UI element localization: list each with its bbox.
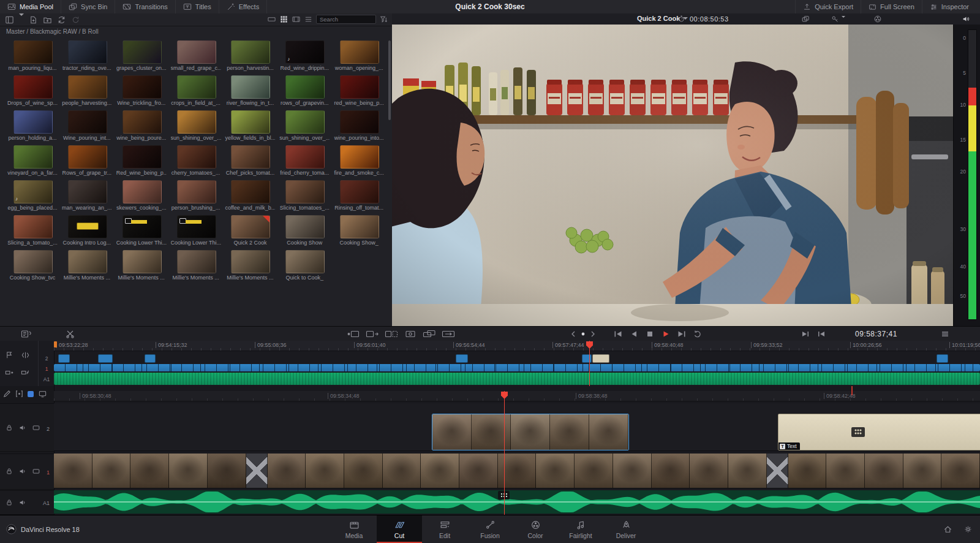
media-clip[interactable]: Millie's Moments ... xyxy=(116,250,168,279)
media-clip[interactable]: river_flowing_in_t... xyxy=(225,75,276,105)
split-clip-icon[interactable] xyxy=(65,329,76,339)
media-clip[interactable]: Millie's Moments ... xyxy=(225,250,276,279)
page-tab-color[interactable]: Color xyxy=(513,515,558,543)
media-clip[interactable]: sun_shining_over_... xyxy=(279,110,331,140)
overview-clip[interactable] xyxy=(98,354,113,363)
panel-tab-titles[interactable]: Titles xyxy=(176,0,219,13)
media-clip[interactable]: tractor_riding_ove... xyxy=(62,40,113,70)
media-clip[interactable]: ♪egg_being_placed... xyxy=(7,180,59,210)
timeline-options-icon[interactable] xyxy=(21,329,32,339)
view-list-icon[interactable] xyxy=(304,15,313,24)
track-color-swatch[interactable] xyxy=(28,391,34,397)
media-clip[interactable]: Millie's Moments ... xyxy=(171,250,222,279)
overview-track-a1[interactable] xyxy=(54,373,980,385)
settings-gear-icon[interactable] xyxy=(963,525,973,534)
close-up-icon[interactable] xyxy=(404,330,417,338)
home-icon[interactable] xyxy=(943,525,952,534)
media-clip[interactable]: fried_cherry_toma... xyxy=(279,145,331,175)
view-strip-icon[interactable] xyxy=(267,15,276,24)
page-tab-fairlight[interactable]: Fairlight xyxy=(558,515,603,543)
panel-tab-sync-bin[interactable]: Sync Bin xyxy=(61,0,115,13)
media-clip[interactable]: Cooking Lower Thi... xyxy=(116,215,168,245)
media-clip[interactable]: Quick 2 Cook xyxy=(225,215,276,245)
page-tab-media[interactable]: Media xyxy=(331,515,377,543)
smart-insert-icon[interactable] xyxy=(347,330,360,338)
overview-clip[interactable] xyxy=(58,354,70,363)
place-on-top-icon[interactable] xyxy=(423,330,436,338)
topbar-button-full-screen[interactable]: Full Screen xyxy=(861,0,922,13)
media-clip[interactable]: Wine_pouring_int... xyxy=(62,110,113,140)
media-clip[interactable]: small_red_grape_c... xyxy=(171,40,222,70)
display-mode-icon[interactable] xyxy=(38,389,47,398)
topbar-button-inspector[interactable]: Inspector xyxy=(922,0,976,13)
mute-speaker-icon[interactable] xyxy=(18,423,27,432)
media-clip[interactable]: person_holding_a... xyxy=(7,110,59,140)
play-button[interactable] xyxy=(660,329,671,339)
media-clip[interactable]: Wine_trickling_fro... xyxy=(116,75,168,105)
lock-icon[interactable] xyxy=(5,423,13,432)
view-filmstrip-icon[interactable] xyxy=(292,15,301,24)
overview-clip[interactable] xyxy=(145,354,156,363)
bin-list-chevron-icon[interactable] xyxy=(19,16,24,23)
detail-ruler[interactable]: 09:58:30;4809:58:34;4809:58:38;4809:58:4… xyxy=(54,391,980,401)
viewer-video-preview[interactable] xyxy=(392,25,953,326)
mute-speaker-icon[interactable] xyxy=(18,467,27,476)
page-tab-edit[interactable]: Edit xyxy=(422,515,467,543)
media-clip[interactable]: person_harvestin... xyxy=(225,40,276,70)
media-clip[interactable]: Rinsing_off_tomat... xyxy=(334,180,385,210)
overview-track-v1[interactable] xyxy=(54,364,980,371)
speaker-icon[interactable] xyxy=(962,15,970,23)
media-clip[interactable]: yellow_fields_in_bl... xyxy=(225,110,276,140)
media-clip[interactable]: Cooking Intro Log... xyxy=(62,215,113,245)
track-a1-audio-clip[interactable] xyxy=(54,490,980,514)
import-media-icon[interactable] xyxy=(29,15,38,25)
video-enable-icon[interactable] xyxy=(32,467,40,476)
append-icon[interactable] xyxy=(366,330,379,338)
sort-icon[interactable] xyxy=(379,15,388,24)
media-clip[interactable]: Quick to Cook_ xyxy=(279,250,331,279)
stop-button[interactable] xyxy=(644,329,655,339)
media-clip[interactable]: wine_pouring_into... xyxy=(334,110,385,140)
page-tab-cut[interactable]: Cut xyxy=(377,515,422,543)
go-to-last-frame-button[interactable] xyxy=(676,329,687,339)
detail-playhead[interactable] xyxy=(504,391,505,515)
overview-clip[interactable] xyxy=(937,354,948,363)
timeline-menu-icon[interactable] xyxy=(940,329,951,339)
video-enable-icon[interactable] xyxy=(32,423,40,432)
page-tab-deliver[interactable]: Deliver xyxy=(603,515,649,543)
media-clip[interactable]: Cooking Show_ xyxy=(334,215,385,245)
overview-clip[interactable] xyxy=(582,354,592,363)
media-clip[interactable]: cherry_tomatoes_... xyxy=(171,145,222,175)
mute-speaker-icon[interactable] xyxy=(18,498,27,507)
track-v2[interactable]: T Text xyxy=(54,403,980,451)
media-clip[interactable]: rows_of_grapevin... xyxy=(279,75,331,105)
loop-button[interactable] xyxy=(692,329,703,339)
media-clip[interactable]: man_pouring_liqu... xyxy=(7,40,59,70)
pen-tool-icon[interactable] xyxy=(2,389,12,398)
media-clip[interactable]: person_brushing_... xyxy=(171,180,222,210)
overview-ruler[interactable]: 09:53:22;2809:54:15;3209:55:08;3609:56:0… xyxy=(54,341,980,351)
search-input[interactable] xyxy=(316,15,376,24)
media-clip[interactable]: crops_in_field_at_... xyxy=(171,75,222,105)
media-clip[interactable]: man_wearing_an_... xyxy=(62,180,113,210)
track-v1-clip-filmstrip[interactable] xyxy=(54,454,980,488)
breadcrumb[interactable]: Master / Blackmagic RAW / B Roll xyxy=(6,28,99,35)
play-reverse-button[interactable] xyxy=(628,329,639,339)
media-clip[interactable]: red_wine_being_p... xyxy=(334,75,385,105)
media-clip[interactable]: fire_and_smoke_c... xyxy=(334,145,385,175)
source-overwrite-icon[interactable] xyxy=(442,330,455,338)
media-clip[interactable]: vineyard_on_a_far... xyxy=(7,145,59,175)
media-clip[interactable]: Rows_of_grape_tr... xyxy=(62,145,113,175)
lock-icon[interactable] xyxy=(5,467,13,476)
title-clip[interactable]: T Text xyxy=(778,414,980,450)
media-clip[interactable]: skewers_cooking_... xyxy=(116,180,168,210)
media-clip[interactable]: sun_shining_over_... xyxy=(171,110,222,140)
marker-tool-icon[interactable] xyxy=(5,351,14,360)
topbar-button-quick-export[interactable]: Quick Export xyxy=(795,0,861,13)
refresh-icon[interactable] xyxy=(71,15,80,25)
media-clip[interactable]: Slicing_tomatoes_... xyxy=(279,180,331,210)
media-clip[interactable]: Red_wine_being_p... xyxy=(116,145,168,175)
media-clip[interactable]: Drops_of_wine_sp... xyxy=(7,75,59,105)
bin-list-icon[interactable] xyxy=(5,15,14,25)
view-grid-icon[interactable] xyxy=(279,15,288,24)
